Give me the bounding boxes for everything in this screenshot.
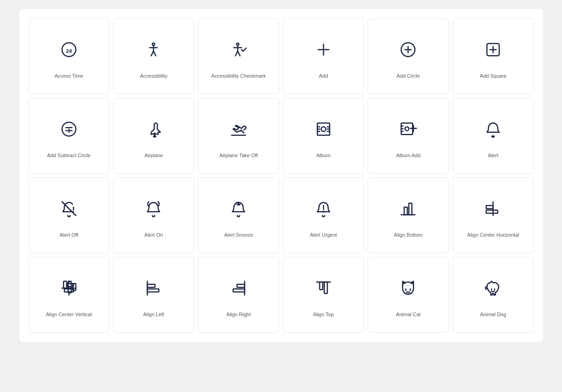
- icon-label: Accessibility: [140, 73, 168, 79]
- accessibility-checkmark-icon: [225, 36, 252, 63]
- align-center-vertical-icon: [55, 274, 83, 302]
- icon-label: Animal Cat: [396, 311, 421, 318]
- icon-card-animal-cat[interactable]: Animal Cat: [368, 257, 449, 333]
- icon-card-accessibility-checkmark[interactable]: Accessibility Checkmark: [198, 18, 279, 94]
- icon-label: Align Center Vertical: [46, 311, 92, 318]
- icon-card-align-left[interactable]: Align Left: [113, 257, 194, 333]
- svg-text:24: 24: [66, 48, 72, 54]
- icon-card-animal-dog[interactable]: Animal Dog: [453, 257, 534, 333]
- alert-on-icon: [140, 195, 167, 222]
- icon-card-align-bottom[interactable]: Align Bottom: [368, 177, 449, 253]
- icon-label: Album: [316, 152, 330, 159]
- add-circle-icon: [394, 36, 422, 63]
- align-bottom-icon: [394, 195, 422, 222]
- icon-label: Align Center Horizontal: [467, 232, 519, 238]
- album-add-icon: [394, 115, 422, 143]
- align-center-horizontal-icon: [479, 195, 507, 222]
- align-left-icon: [140, 274, 167, 302]
- icon-label: Add Circle: [397, 73, 420, 79]
- icon-label: Add Square: [480, 73, 506, 79]
- icon-label: Alert On: [144, 232, 163, 238]
- airplane-take-off-icon: [225, 115, 252, 143]
- access-time-icon: 24: [55, 36, 83, 63]
- icon-label: Align Bottom: [394, 232, 422, 238]
- icon-label: Access Time: [55, 73, 83, 79]
- animal-dog-icon: [479, 274, 507, 302]
- icon-label: Alert Snooze: [224, 232, 253, 238]
- svg-rect-65: [237, 284, 245, 288]
- accessibility-icon: [140, 36, 167, 63]
- svg-rect-63: [148, 289, 159, 292]
- svg-point-35: [405, 127, 409, 131]
- alert-urgent-icon: [310, 195, 337, 222]
- icon-card-airplane[interactable]: Airplane: [113, 98, 194, 174]
- svg-point-27: [321, 127, 326, 131]
- animal-cat-icon: [394, 274, 422, 302]
- svg-rect-51: [486, 210, 498, 214]
- icon-card-align-top[interactable]: Align Top: [283, 257, 364, 333]
- icon-card-alert-off[interactable]: Alert Off: [28, 177, 110, 253]
- svg-rect-68: [319, 282, 323, 290]
- icon-label: Alert: [488, 152, 499, 159]
- svg-rect-47: [404, 207, 408, 215]
- add-square-icon: [479, 36, 507, 63]
- icon-card-align-center-horizontal[interactable]: Align Center Horizontal: [453, 177, 534, 253]
- add-subtract-circle-icon: [55, 115, 83, 143]
- icon-label: Alert Off: [60, 232, 78, 238]
- add-icon: [310, 36, 337, 63]
- alert-icon: [479, 115, 507, 143]
- icon-label: Animal Dog: [480, 311, 506, 318]
- airplane-icon: [140, 115, 167, 143]
- icon-grid: 24 Access Time Accessibility: [19, 9, 543, 342]
- icon-label: Align Left: [143, 311, 165, 318]
- icon-card-album[interactable]: Album: [283, 98, 364, 174]
- icon-card-accessibility[interactable]: Accessibility: [113, 18, 194, 94]
- icon-card-access-time[interactable]: 24 Access Time: [28, 18, 110, 94]
- icon-label: Airplane Take Off: [219, 152, 258, 159]
- icon-label: Add Subtract Circle: [47, 152, 91, 159]
- svg-rect-66: [233, 289, 244, 292]
- icon-card-alert[interactable]: Alert: [453, 98, 534, 174]
- alert-off-icon: [55, 195, 83, 222]
- icon-card-album-add[interactable]: Album Add: [368, 98, 449, 174]
- icon-card-airplane-take-off[interactable]: Airplane Take Off: [198, 98, 279, 174]
- icon-label: Align Top: [313, 311, 334, 318]
- svg-line-11: [238, 51, 240, 56]
- svg-rect-53: [63, 281, 67, 288]
- svg-rect-48: [409, 204, 412, 215]
- album-icon: [310, 115, 337, 143]
- icon-card-alert-snooze[interactable]: Alert Snooze: [198, 177, 279, 253]
- icon-card-alert-on[interactable]: Alert On: [113, 177, 194, 253]
- svg-line-5: [151, 51, 153, 56]
- svg-point-45: [323, 211, 324, 212]
- icon-label: Alert Urgent: [310, 232, 337, 238]
- svg-rect-50: [486, 206, 493, 209]
- icon-label: Align Right: [227, 311, 251, 318]
- icon-card-alert-urgent[interactable]: Alert Urgent: [283, 177, 364, 253]
- icon-label: Album Add: [396, 152, 420, 159]
- icon-card-add-circle[interactable]: Add Circle: [368, 18, 449, 94]
- svg-rect-69: [324, 282, 327, 294]
- alert-snooze-icon: [225, 195, 252, 222]
- svg-point-2: [153, 43, 155, 45]
- icon-card-align-right[interactable]: Align Right: [198, 257, 279, 333]
- icon-card-add-square[interactable]: Add Square: [453, 18, 534, 94]
- align-right-icon: [225, 274, 252, 302]
- svg-line-10: [235, 51, 238, 56]
- icon-label: Airplane: [144, 152, 163, 159]
- svg-line-6: [153, 51, 156, 56]
- svg-rect-62: [148, 284, 155, 288]
- icon-label: Accessibility Checkmark: [211, 73, 266, 79]
- icon-label: Add: [319, 73, 328, 79]
- icon-card-add[interactable]: Add: [283, 18, 364, 94]
- svg-point-7: [237, 43, 239, 45]
- icon-card-align-center-vertical[interactable]: Align Center Vertical: [28, 257, 110, 333]
- icon-card-add-subtract-circle[interactable]: Add Subtract Circle: [28, 98, 110, 174]
- align-top-icon: [310, 274, 337, 302]
